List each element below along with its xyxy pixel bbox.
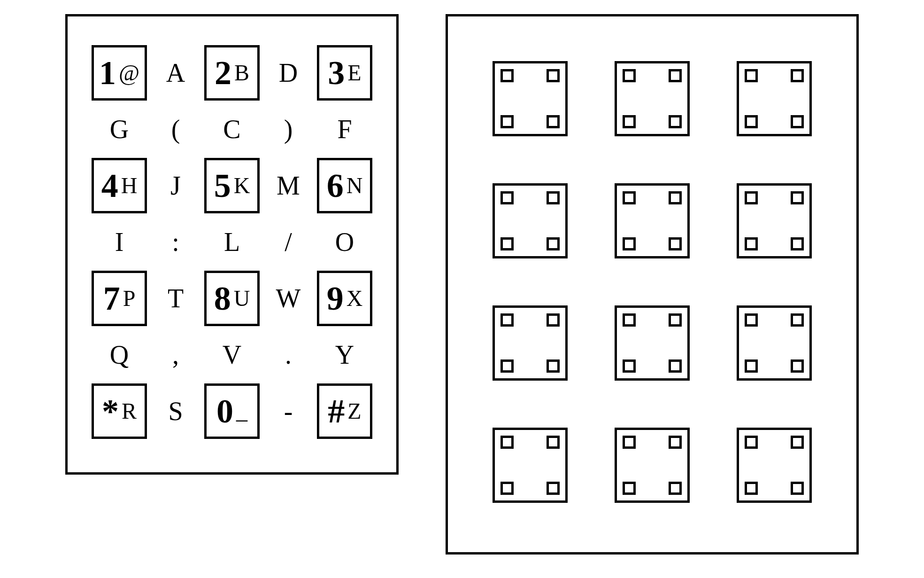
key-hash[interactable]: # Z <box>317 383 372 439</box>
contact-icon <box>623 359 636 373</box>
between-8-9: W <box>276 285 301 312</box>
switch-grid <box>471 45 833 519</box>
key-0-sub: _ <box>236 400 247 422</box>
below-2-O: O <box>335 227 354 257</box>
contact-icon <box>500 115 514 128</box>
contact-icon <box>547 237 560 250</box>
contact-icon <box>745 482 758 495</box>
below-3-Q: Q <box>110 340 129 370</box>
key-9-sub: X <box>346 287 363 310</box>
switch-7[interactable] <box>493 305 568 381</box>
switch-3[interactable] <box>737 61 812 136</box>
switch-9[interactable] <box>737 305 812 381</box>
contact-icon <box>500 313 514 327</box>
key-3-main: 3 <box>328 56 345 90</box>
switch-6[interactable] <box>737 183 812 258</box>
key-6-main: 6 <box>327 169 344 203</box>
contact-icon <box>547 436 560 449</box>
key-3[interactable]: 3 E <box>317 45 372 101</box>
key-4[interactable]: 4 H <box>92 158 147 213</box>
contact-icon <box>547 359 560 373</box>
below-3-Y: Y <box>335 340 354 370</box>
contact-icon <box>745 115 758 128</box>
key-8-sub: U <box>234 287 250 310</box>
key-4-sub: H <box>121 174 138 197</box>
contact-icon <box>669 482 682 495</box>
switch-0[interactable] <box>615 428 690 503</box>
below-3-period: . <box>285 340 292 370</box>
key-8-main: 8 <box>214 281 231 315</box>
contact-icon <box>623 191 636 204</box>
between-7-8: T <box>168 285 184 312</box>
contact-icon <box>791 69 804 82</box>
contact-icon <box>547 69 560 82</box>
contact-icon <box>500 359 514 373</box>
key-1[interactable]: 1 @ <box>92 45 147 101</box>
key-2-main: 2 <box>215 56 231 90</box>
below-2-L: L <box>224 227 240 257</box>
contact-icon <box>791 436 804 449</box>
key-2-sub: B <box>234 62 249 84</box>
key-6[interactable]: 6 N <box>317 158 372 213</box>
below-2-slash: / <box>285 227 292 257</box>
key-7-sub: P <box>123 287 136 310</box>
switch-1[interactable] <box>493 61 568 136</box>
switch-2[interactable] <box>615 61 690 136</box>
contact-icon <box>547 482 560 495</box>
key-8[interactable]: 8 U <box>204 271 260 326</box>
contact-icon <box>669 436 682 449</box>
switch-hash[interactable] <box>737 428 812 503</box>
below-1-paren-open: ( <box>171 114 180 144</box>
contact-icon <box>623 436 636 449</box>
contact-icon <box>623 69 636 82</box>
contact-icon <box>745 359 758 373</box>
key-9[interactable]: 9 X <box>317 271 372 326</box>
contact-icon <box>500 436 514 449</box>
contact-icon <box>669 237 682 250</box>
key-star[interactable]: * R <box>92 383 147 439</box>
below-2-colon: : <box>172 227 179 257</box>
keypad-switch-panel <box>446 14 859 555</box>
below-1-G: G <box>110 114 129 144</box>
key-4-main: 4 <box>101 169 118 203</box>
contact-icon <box>500 191 514 204</box>
switch-4[interactable] <box>493 183 568 258</box>
contact-icon <box>623 115 636 128</box>
switch-8[interactable] <box>615 305 690 381</box>
key-7[interactable]: 7 P <box>92 271 147 326</box>
key-5-sub: K <box>234 174 250 197</box>
key-5-main: 5 <box>214 169 231 203</box>
key-2[interactable]: 2 B <box>204 45 260 101</box>
key-1-sub: @ <box>119 62 139 84</box>
contact-icon <box>500 237 514 250</box>
between-5-6: M <box>277 172 300 199</box>
key-6-sub: N <box>346 174 363 197</box>
contact-icon <box>500 69 514 82</box>
contact-icon <box>547 191 560 204</box>
below-2-I: I <box>115 227 124 257</box>
contact-icon <box>791 115 804 128</box>
key-0-main: 0 <box>216 394 233 428</box>
key-9-main: 9 <box>327 281 344 315</box>
between-0-hash: - <box>284 398 293 424</box>
key-5[interactable]: 5 K <box>204 158 260 213</box>
keypad-grid: 1 @ A 2 B D 3 E G ( C ) F 4 H J 5 K M 6 <box>91 45 373 439</box>
contact-icon <box>669 69 682 82</box>
keypad-character-layout-panel: 1 @ A 2 B D 3 E G ( C ) F 4 H J 5 K M 6 <box>65 14 399 475</box>
contact-icon <box>623 237 636 250</box>
key-3-sub: E <box>347 62 361 84</box>
key-hash-sub: Z <box>347 400 361 422</box>
below-3-comma: , <box>172 340 179 370</box>
switch-5[interactable] <box>615 183 690 258</box>
contact-icon <box>745 237 758 250</box>
between-4-5: J <box>170 172 181 199</box>
contact-icon <box>669 191 682 204</box>
contact-icon <box>547 313 560 327</box>
key-0[interactable]: 0 _ <box>204 383 260 439</box>
contact-icon <box>745 191 758 204</box>
key-hash-main: # <box>328 394 345 428</box>
contact-icon <box>791 359 804 373</box>
switch-star[interactable] <box>493 428 568 503</box>
contact-icon <box>669 115 682 128</box>
key-star-main: * <box>102 394 119 428</box>
